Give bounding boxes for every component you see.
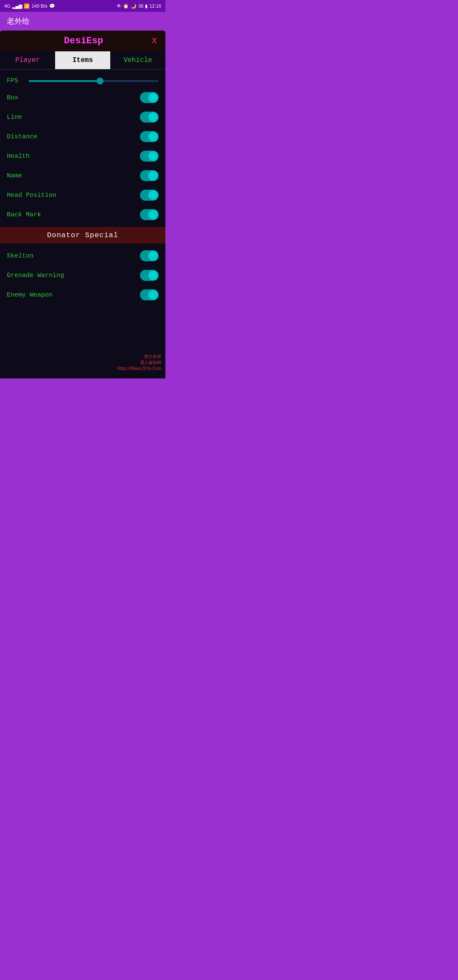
toggle-thumb-skelton bbox=[148, 251, 158, 260]
watermark-line3: Https://Www.2Fzb.Com bbox=[117, 366, 161, 372]
tab-vehicle[interactable]: Vehicle bbox=[110, 51, 165, 69]
toggle-row-back-mark: Back Mark bbox=[0, 205, 165, 224]
panel-header: DesiEsp X bbox=[0, 31, 165, 51]
toggle-label-enemy-weapon: Enemy Weapon bbox=[7, 291, 53, 299]
message-icon: 💬 bbox=[49, 3, 55, 9]
toggle-health[interactable] bbox=[140, 151, 159, 162]
fps-slider[interactable] bbox=[29, 80, 159, 82]
panel-title: DesiEsp bbox=[17, 36, 150, 46]
toggle-thumb-enemy-weapon bbox=[148, 290, 158, 300]
toggle-row-head-position: Head Position bbox=[0, 185, 165, 205]
toggle-thumb-box bbox=[148, 93, 158, 102]
toggle-thumb-distance bbox=[148, 132, 158, 141]
main-panel: DesiEsp X Player Items Vehicle FPS Box L… bbox=[0, 31, 165, 378]
toggle-back-mark[interactable] bbox=[140, 209, 159, 220]
toggle-row-distance: Distance bbox=[0, 127, 165, 146]
fps-row: FPS bbox=[0, 74, 165, 88]
top-bar-text: 老外给 bbox=[7, 16, 30, 26]
toggle-row-name: Name bbox=[0, 166, 165, 185]
toggle-skelton[interactable] bbox=[140, 250, 159, 261]
fps-label: FPS bbox=[7, 77, 24, 84]
toggle-thumb-grenade-warning bbox=[148, 271, 158, 280]
toggle-label-box: Box bbox=[7, 94, 18, 101]
toggle-distance[interactable] bbox=[140, 131, 159, 142]
wifi-icon: 📶 bbox=[24, 3, 30, 9]
eye-icon: 👁 bbox=[117, 3, 121, 8]
toggle-label-grenade-warning: Grenade Warning bbox=[7, 272, 64, 279]
toggle-thumb-health bbox=[148, 151, 158, 161]
fps-slider-fill bbox=[29, 80, 100, 82]
watermark-line2: 通入辅助网 bbox=[117, 360, 161, 366]
tab-player[interactable]: Player bbox=[0, 51, 55, 69]
tabs-bar: Player Items Vehicle bbox=[0, 51, 165, 70]
battery-icon: ▮ bbox=[145, 3, 148, 9]
status-right: 👁 ⏰ 🌙 36 ▮ 12:16 bbox=[117, 3, 161, 9]
battery-text: 36 bbox=[138, 3, 143, 8]
toggle-label-back-mark: Back Mark bbox=[7, 211, 41, 218]
moon-icon: 🌙 bbox=[131, 3, 137, 9]
toggle-row-grenade-warning: Grenade Warning bbox=[0, 266, 165, 285]
watermark-line1: 图片来源 bbox=[117, 354, 161, 360]
toggle-thumb-back-mark bbox=[148, 210, 158, 219]
toggle-line[interactable] bbox=[140, 112, 159, 123]
close-button[interactable]: X bbox=[150, 36, 159, 46]
time-text: 12:16 bbox=[149, 3, 161, 8]
toggle-grenade-warning[interactable] bbox=[140, 270, 159, 281]
toggle-label-skelton: Skelton bbox=[7, 252, 34, 260]
toggle-label-distance: Distance bbox=[7, 133, 37, 140]
toggle-row-health: Health bbox=[0, 146, 165, 166]
toggle-thumb-line bbox=[148, 112, 158, 122]
toggle-name[interactable] bbox=[140, 170, 159, 181]
signal-bars-icon: ▂▄▆ bbox=[12, 3, 22, 9]
status-left: 4G ▂▄▆ 📶 140 B/s 💬 bbox=[4, 3, 55, 9]
toggle-thumb-name bbox=[148, 171, 158, 180]
toggle-label-head-position: Head Position bbox=[7, 192, 56, 199]
watermark: 图片来源 通入辅助网 Https://Www.2Fzb.Com bbox=[117, 354, 161, 372]
fps-slider-thumb[interactable] bbox=[97, 78, 103, 84]
toggle-row-line: Line bbox=[0, 107, 165, 127]
toggle-box[interactable] bbox=[140, 92, 159, 103]
tab-items[interactable]: Items bbox=[55, 51, 110, 69]
toggle-row-skelton: Skelton bbox=[0, 246, 165, 266]
toggle-head-position[interactable] bbox=[140, 190, 159, 201]
alarm-icon: ⏰ bbox=[123, 3, 129, 9]
toggle-row-enemy-weapon: Enemy Weapon bbox=[0, 285, 165, 305]
speed-text: 140 B/s bbox=[31, 3, 47, 8]
donator-section: Donator Special bbox=[0, 227, 165, 244]
signal-icon: 4G bbox=[4, 3, 11, 8]
toggle-thumb-head-position bbox=[148, 190, 158, 200]
top-bar: 老外给 bbox=[0, 12, 165, 31]
panel-content: FPS Box Line Distance Heal bbox=[0, 70, 165, 309]
toggle-enemy-weapon[interactable] bbox=[140, 289, 159, 300]
status-bar: 4G ▂▄▆ 📶 140 B/s 💬 👁 ⏰ 🌙 36 ▮ 12:16 bbox=[0, 0, 165, 12]
donator-label: Donator Special bbox=[47, 231, 118, 239]
toggle-label-name: Name bbox=[7, 172, 22, 179]
toggle-label-health: Health bbox=[7, 153, 30, 160]
toggle-label-line: Line bbox=[7, 114, 22, 121]
toggle-row-box: Box bbox=[0, 88, 165, 107]
